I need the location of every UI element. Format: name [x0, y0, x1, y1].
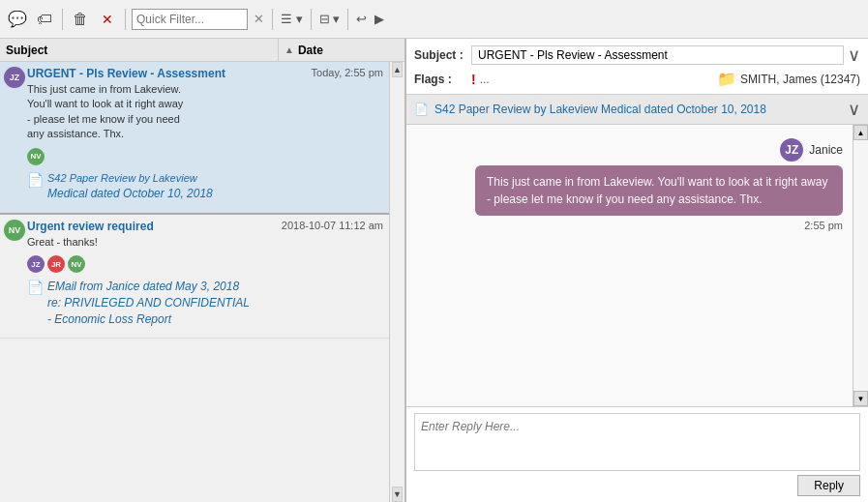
- avatar-nv-small-2: NV: [68, 255, 85, 273]
- attachment-text-1: S42 Paper Review by LakeviewMedical date…: [47, 171, 213, 202]
- reply-button-row: Reply: [414, 475, 860, 496]
- filter-clear-icon[interactable]: ✕: [252, 10, 266, 28]
- attachment-text-2: EMail from Janice dated May 3, 2018 re: …: [47, 279, 250, 327]
- email-preview-1: This just came in from Lakeview. You'll …: [0, 82, 389, 146]
- message-scrollbar: ▲ ▼: [853, 125, 868, 406]
- tag-icon[interactable]: 🏷: [33, 8, 56, 31]
- email-header-1: URGENT - Pls Review - Assessment Today, …: [0, 62, 389, 82]
- x-icon[interactable]: ✕: [96, 8, 119, 31]
- chat-avatar: JZ: [780, 138, 803, 162]
- toolbar-separator-5: [347, 9, 348, 30]
- avatar-jz-1: JZ: [4, 67, 25, 88]
- reply-area: Reply: [406, 406, 868, 502]
- email-item-1[interactable]: JZ URGENT - Pls Review - Assessment Toda…: [0, 62, 389, 213]
- avatar-row-1: NV: [0, 146, 389, 169]
- flags-row: Flags : ! ... 📁 SMITH, James (12347): [414, 70, 860, 88]
- reply-button[interactable]: Reply: [797, 475, 860, 496]
- flags-area: Flags : ! ...: [414, 72, 490, 87]
- right-panel: Subject : ∨ Flags : ! ... 📁 SMITH, James…: [406, 39, 868, 502]
- attachment-expand-icon[interactable]: ∨: [848, 99, 860, 120]
- attachment-bar-left: 📄 S42 Paper Review by Lakeview Medical d…: [414, 103, 766, 116]
- left-panel: Subject ▲ Date JZ URGENT - Pls Review - …: [0, 39, 406, 502]
- filter-icon[interactable]: ⊟ ▾: [317, 10, 343, 28]
- message-body: JZ Janice This just came in from Lakevie…: [406, 125, 853, 406]
- avatar-jz-small-2: JZ: [27, 255, 45, 273]
- undo-icon[interactable]: ↩: [354, 10, 369, 28]
- attachment-bar: 📄 S42 Paper Review by Lakeview Medical d…: [406, 95, 868, 125]
- reply-textarea[interactable]: [414, 413, 860, 471]
- chat-sender-name: Janice: [809, 143, 843, 157]
- toolbar-separator-1: [62, 9, 63, 30]
- avatar-nv-2: NV: [4, 220, 25, 241]
- avatar-jr-small-2: JR: [47, 255, 65, 273]
- forward-icon[interactable]: ▶: [373, 10, 386, 28]
- email-subject-2: Urgent review required: [27, 220, 154, 233]
- chat-icon[interactable]: 💬: [6, 8, 29, 31]
- attachment-icon-1: 📄: [27, 172, 44, 188]
- chat-bubble: This just came in from Lakeview. You'll …: [475, 165, 843, 216]
- email-date-1: Today, 2:55 pm: [312, 67, 383, 80]
- toolbar-separator-4: [311, 9, 312, 30]
- subject-field[interactable]: [471, 45, 844, 65]
- subject-label: Subject :: [414, 48, 467, 62]
- flag-exclaim: !: [471, 72, 476, 87]
- message-header: Subject : ∨ Flags : ! ... 📁 SMITH, James…: [406, 39, 868, 95]
- chat-sender-row: JZ Janice: [780, 138, 843, 162]
- list-scrollbar: ▲ ▼: [389, 62, 404, 502]
- msg-scroll-down[interactable]: ▼: [853, 391, 868, 406]
- message-body-container: JZ Janice This just came in from Lakevie…: [406, 125, 868, 406]
- main-pane: Subject ▲ Date JZ URGENT - Pls Review - …: [0, 39, 868, 502]
- email-header-2: Urgent review required 2018-10-07 11:12 …: [0, 215, 389, 235]
- date-column-header: ▲ Date: [279, 44, 404, 57]
- trash-icon[interactable]: 🗑: [69, 8, 92, 31]
- flags-label: Flags :: [414, 73, 467, 86]
- expand-icon[interactable]: ∨: [848, 44, 860, 66]
- attachment-2: 📄 EMail from Janice dated May 3, 2018 re…: [0, 277, 389, 331]
- email-subject-1: URGENT - Pls Review - Assessment: [27, 67, 225, 80]
- folder-icon: 📁: [717, 70, 736, 88]
- toolbar-separator-2: [125, 9, 126, 30]
- toolbar: 💬 🏷 🗑 ✕ ✕ ☰ ▾ ⊟ ▾ ↩ ▶: [0, 0, 868, 39]
- quick-filter-input[interactable]: [132, 9, 248, 30]
- subject-row: Subject : ∨: [414, 44, 860, 66]
- chat-section: JZ Janice This just came in from Lakevie…: [416, 134, 843, 235]
- scroll-up-arrow[interactable]: ▲: [392, 62, 403, 77]
- msg-scroll-track: [853, 140, 868, 391]
- avatar-row-2: JZ JR NV: [0, 253, 389, 277]
- sort-icon: ▲: [284, 44, 294, 55]
- folder-area: 📁 SMITH, James (12347): [717, 70, 860, 88]
- attachment-bar-text[interactable]: S42 Paper Review by Lakeview Medical dat…: [434, 103, 766, 116]
- email-date-2: 2018-10-07 11:12 am: [282, 220, 383, 233]
- list-header: Subject ▲ Date: [0, 39, 404, 62]
- email-preview-2: Great - thanks!: [0, 235, 389, 253]
- email-item-2[interactable]: NV Urgent review required 2018-10-07 11:…: [0, 215, 389, 339]
- avatar-nv-small: NV: [27, 148, 45, 165]
- email-list: JZ URGENT - Pls Review - Assessment Toda…: [0, 62, 389, 502]
- folder-name: SMITH, James (12347): [740, 73, 860, 86]
- chat-time: 2:55 pm: [804, 220, 843, 231]
- msg-scroll-up[interactable]: ▲: [853, 125, 868, 140]
- toolbar-separator-3: [272, 9, 273, 30]
- flag-dots: ...: [480, 73, 490, 86]
- attachment-1: 📄 S42 Paper Review by LakeviewMedical da…: [0, 169, 389, 206]
- subject-column-header: Subject: [0, 39, 279, 61]
- attachment-bar-icon: 📄: [414, 103, 429, 116]
- attachment-icon-2: 📄: [27, 280, 44, 295]
- list-view-icon[interactable]: ☰ ▾: [279, 10, 305, 28]
- scroll-down-arrow[interactable]: ▼: [392, 487, 403, 502]
- email-list-container: JZ URGENT - Pls Review - Assessment Toda…: [0, 62, 404, 502]
